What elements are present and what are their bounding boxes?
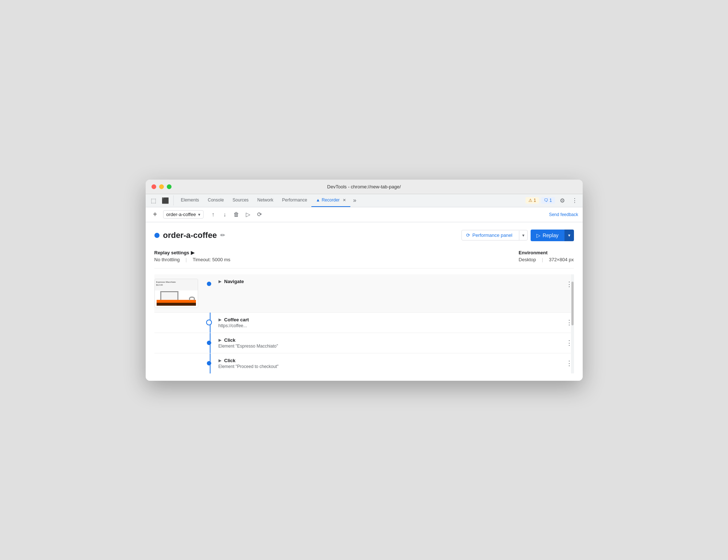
performance-panel-main[interactable]: ⟳ Performance panel [462,230,517,240]
settings-right: Environment Desktop | 372×804 px [519,250,574,262]
tab-recorder[interactable]: ▲ Recorder ✕ [311,194,350,207]
recording-status-dot [154,233,160,238]
step-dot-filled [207,361,211,365]
recording-title-group: order-a-coffee ✏ [154,231,225,240]
performance-panel-button[interactable]: ⟳ Performance panel ▾ [461,230,528,240]
replay-button-group: ▷ Replay ▾ [531,230,574,241]
window-title: DevTools - chrome://new-tab-page/ [327,184,401,189]
step-2-subtitle: https://coffee... [219,323,328,328]
warning-badge[interactable]: ⚠ 1 [526,197,539,204]
info-badge[interactable]: 🗨 1 [541,197,555,204]
timeout-value: Timeout: 5000 ms [193,257,231,262]
device-icon[interactable]: ⬛ [160,195,170,205]
step-thumbnail: Espresso Macchiato$12.00 [154,279,198,308]
step-4-title: ▶ Click [219,358,564,363]
edit-title-icon[interactable]: ✏ [220,232,225,239]
step-4-content: ▶ Click Element "Proceed to checkout" [213,358,564,369]
expand-arrow-icon: ▶ [191,250,194,255]
close-button[interactable] [151,184,156,189]
export-icon[interactable]: ↑ [208,209,218,220]
replay-label: Replay [543,232,559,238]
performance-panel-dropdown[interactable]: ▾ [519,231,527,240]
message-icon: 🗨 [544,198,548,203]
step-1-content: ▶ Navigate [213,279,564,284]
mug-handle [189,297,195,300]
tab-network[interactable]: Network [253,194,278,207]
step-expand-icon: ▶ [219,338,221,342]
recorder-icon: ▲ [316,197,320,203]
play-icon: ▷ [536,232,540,238]
devtools-window: DevTools - chrome://new-tab-page/ ⬚ ⬛ El… [146,180,583,381]
step-row: ▶ Click Element "Proceed to checkout" ⋮ [154,353,574,373]
tab-elements[interactable]: Elements [177,194,204,207]
inspect-icon[interactable]: ⬚ [149,195,159,205]
step-icon[interactable]: ▷ [243,209,253,220]
thumbnail-image: Espresso Macchiato$12.00 [155,279,198,308]
env-divider: | [542,257,543,262]
settings-icon[interactable]: ⚙ [557,195,567,205]
delete-icon[interactable]: 🗑 [231,209,241,220]
step-3-subtitle: Element "Espresso Macchiato" [219,344,328,349]
step-4-subtitle: Element "Proceed to checkout" [219,364,328,369]
step-dot-filled [207,282,211,286]
step-dot-filled [207,341,211,345]
recording-selector[interactable]: order-a-coffee ▾ [163,210,204,219]
scrollbar[interactable] [571,274,574,373]
environment-label: Environment [519,250,574,255]
tab-close-icon[interactable]: ✕ [343,198,346,203]
titlebar: DevTools - chrome://new-tab-page/ [146,180,583,194]
step-dot-container [205,320,213,325]
import-icon[interactable]: ↓ [220,209,230,220]
send-feedback-link[interactable]: Send feedback [549,212,578,217]
info-count: 1 [550,198,552,203]
step-row: Espresso Macchiato$12.00 ▶ Navigate ⋮ [154,274,574,313]
step-expand-icon: ▶ [219,279,221,283]
step-dot-container [205,279,213,286]
tabs-list: Elements Console Sources Network Perform… [177,194,526,207]
replay-dropdown-button[interactable]: ▾ [564,230,574,241]
more-icon[interactable]: ⋮ [570,195,580,205]
settings-values: No throttling | Timeout: 5000 ms [154,257,231,262]
steps-container: Espresso Macchiato$12.00 ▶ Navigate ⋮ [154,274,574,373]
circle-icon[interactable]: ⟳ [255,209,265,220]
add-recording-button[interactable]: + [150,209,160,220]
step-2-content: ▶ Coffee cart https://coffee... [213,317,564,328]
chevron-down-icon: ▾ [198,212,200,217]
replay-main-button[interactable]: ▷ Replay [531,230,564,241]
warning-icon: ⚠ [528,198,532,203]
tab-recorder-label: Recorder [322,197,339,203]
settings-section: Replay settings ▶ No throttling | Timeou… [154,250,574,269]
step-expand-icon: ▶ [219,359,221,363]
tabs-right: ⚠ 1 🗨 1 ⚙ ⋮ [526,195,579,205]
step-expand-icon: ▶ [219,318,221,322]
replay-settings-label[interactable]: Replay settings ▶ [154,250,231,255]
step-2-title: ▶ Coffee cart [219,317,564,322]
recording-title: order-a-coffee [163,231,217,240]
maximize-button[interactable] [167,184,172,189]
tab-performance[interactable]: Performance [278,194,312,207]
thumbnail-text: Espresso Macchiato$12.00 [155,279,198,288]
tab-more-icon[interactable]: » [350,196,359,205]
devtools-tabbar: ⬚ ⬛ Elements Console Sources Network Per… [146,194,583,207]
device-value: Desktop [519,257,536,262]
recording-name-label: order-a-coffee [166,212,196,217]
throttling-value: No throttling [154,257,180,262]
tab-console[interactable]: Console [204,194,228,207]
step-row: ▶ Coffee cart https://coffee... ⋮ [154,313,574,333]
minimize-button[interactable] [159,184,164,189]
coffee-bar [157,300,196,306]
settings-left: Replay settings ▶ No throttling | Timeou… [154,250,231,262]
step-1-title: ▶ Navigate [219,279,564,284]
step-dot-container [205,341,213,345]
scrollbar-thumb[interactable] [571,282,574,325]
main-content: order-a-coffee ✏ ⟳ Performance panel ▾ ▷… [146,222,583,381]
step-3-title: ▶ Click [219,337,564,343]
header-actions: ⟳ Performance panel ▾ ▷ Replay ▾ [461,230,574,241]
environment-values: Desktop | 372×804 px [519,257,574,262]
step-dot-ring [206,320,212,325]
recording-header: order-a-coffee ✏ ⟳ Performance panel ▾ ▷… [154,230,574,241]
step-row: ▶ Click Element "Espresso Macchiato" ⋮ [154,333,574,353]
settings-divider: | [186,257,187,262]
tab-sources[interactable]: Sources [228,194,253,207]
traffic-lights [151,184,172,189]
